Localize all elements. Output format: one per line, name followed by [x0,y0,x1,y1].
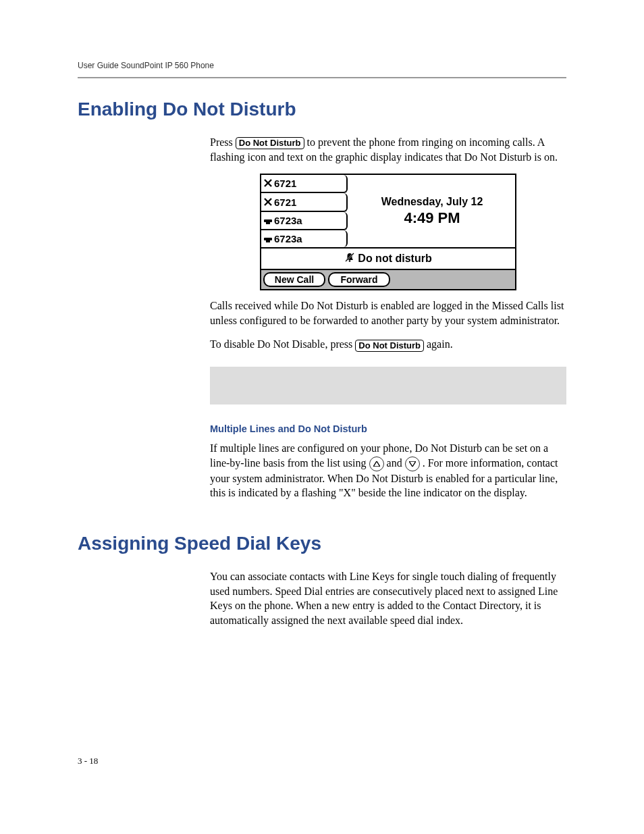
paragraph: Press Do Not Disturb to prevent the phon… [210,135,566,164]
svg-marker-11 [373,461,380,467]
line-label: 6721 [274,178,296,189]
paragraph: You can associate contacts with Line Key… [210,569,566,627]
phone-line-3: 6723a [261,212,348,230]
phone-screen-top: 6721 6721 6723a [261,175,515,247]
page-number: 3 - 18 [78,756,98,766]
phone-line-4: 6723a [261,230,348,247]
section-heading-speed-dial: Assigning Speed Dial Keys [78,533,566,554]
text: To disable Do Not Disable, press [210,338,355,350]
line-label: 6723a [274,215,302,226]
keycap-do-not-disturb: Do Not Disturb [236,137,304,149]
paragraph: To disable Do Not Disable, press Do Not … [210,337,566,352]
phone-line-2: 6721 [261,193,348,211]
keycap-do-not-disturb: Do Not Disturb [355,340,424,352]
phone-screen-figure: 6721 6721 6723a [260,174,516,290]
phone-dnd-status: Do not disturb [261,247,515,269]
section1-body: Press Do Not Disturb to prevent the phon… [210,135,566,500]
section2-body: You can associate contacts with Line Key… [210,569,566,627]
phone-line-1: 6721 [261,175,348,193]
phone-date: Wednesday, July 12 [381,196,483,208]
text: again. [427,338,453,350]
svg-rect-5 [266,221,270,224]
line-label: 6723a [274,233,302,244]
x-icon [264,197,272,208]
phone-icon [264,233,272,244]
paragraph: Calls received while Do Not Disturb is e… [210,298,566,328]
note-box [210,367,566,405]
line-label: 6721 [274,197,296,208]
phone-line-keys: 6721 6721 6723a [261,175,349,247]
text: and [387,457,405,469]
section-heading-dnd: Enabling Do Not Disturb [78,99,566,120]
softkey-new-call: New Call [263,272,325,287]
text: Press [210,136,236,148]
nav-up-button [369,457,384,471]
paragraph: If multiple lines are configured on your… [210,441,566,500]
svg-marker-12 [409,461,416,467]
phone-time: 4:49 PM [404,209,460,227]
nav-down-button [405,457,420,471]
bell-slash-icon [344,252,355,265]
svg-rect-7 [266,240,270,242]
dnd-label: Do not disturb [358,253,431,265]
phone-icon [264,215,272,226]
running-head: User Guide SoundPoint IP 560 Phone [78,61,566,70]
phone-softkeys: New Call Forward [261,269,515,289]
subheading-multiple-lines: Multiple Lines and Do Not Disturb [210,423,566,434]
document-page: User Guide SoundPoint IP 560 Phone Enabl… [0,0,644,677]
phone-info-area: Wednesday, July 12 4:49 PM [349,175,515,247]
x-icon [264,178,272,189]
header-rule [78,77,566,78]
softkey-forward: Forward [328,272,390,287]
svg-point-8 [349,260,351,262]
